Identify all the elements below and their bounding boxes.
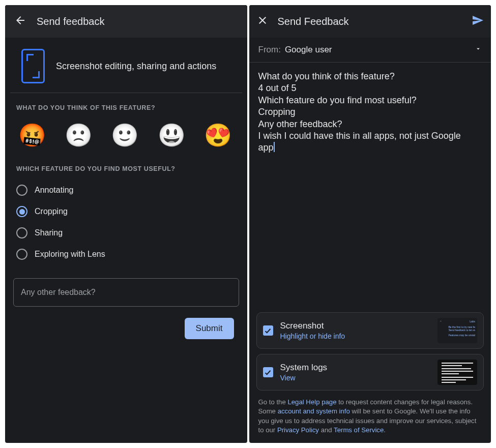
hero-header: Screenshot editing, sharing and actions xyxy=(10,38,242,93)
submit-row: Submit xyxy=(5,307,247,350)
screenshot-app-icon xyxy=(21,49,45,83)
question-label: WHAT DO YOU THINK OF THIS FEATURE? xyxy=(16,104,236,111)
radio-label: Sharing xyxy=(35,228,63,237)
footer-text: Some xyxy=(258,407,278,415)
radio-annotating[interactable]: Annotating xyxy=(16,181,236,200)
checkbox-icon[interactable] xyxy=(263,325,273,336)
radio-label: Cropping xyxy=(35,207,68,216)
hero-text: Screenshot editing, sharing and actions xyxy=(56,60,216,72)
thumbnail-preview-text: Labs Be the first to try new fe Send fee… xyxy=(440,320,475,337)
attachment-title: Screenshot xyxy=(280,321,431,331)
body-line: 4 out of 5 xyxy=(258,82,482,94)
other-feedback-input[interactable]: Any other feedback? xyxy=(13,278,239,307)
rating-emoji-4[interactable]: 😃 xyxy=(156,120,187,151)
from-row[interactable]: From: Google user xyxy=(249,38,491,63)
body-line: app xyxy=(258,142,274,153)
body-line: What do you think of this feature? xyxy=(258,71,482,82)
question-feature: WHICH FEATURE DO YOU FIND MOST USEFUL? A… xyxy=(5,154,247,267)
app-bar: Send Feedback xyxy=(249,5,491,38)
app-bar-title: Send feedback xyxy=(37,16,104,27)
attachment-action-link[interactable]: Highlight or hide info xyxy=(280,332,431,340)
question-rating: WHAT DO YOU THINK OF THIS FEATURE? 🤬 🙁 🙂… xyxy=(5,93,247,154)
app-bar-title: Send Feedback xyxy=(278,16,349,27)
back-icon[interactable] xyxy=(14,14,26,28)
close-icon[interactable] xyxy=(256,14,269,28)
body-line: Cropping xyxy=(258,106,482,118)
footer-disclaimer: Go to the Legal Help page to request con… xyxy=(249,397,491,443)
radio-icon xyxy=(16,227,27,238)
attachment-screenshot[interactable]: Screenshot Highlight or hide info ← Labs… xyxy=(256,312,484,349)
attachment-texts: System logs View xyxy=(280,363,431,382)
send-icon[interactable] xyxy=(472,14,484,28)
body-line: Which feature do you find most useful? xyxy=(258,95,482,106)
attachment-system-logs[interactable]: System logs View xyxy=(256,354,484,391)
emoji-rating-row: 🤬 🙁 🙂 😃 😍 xyxy=(16,120,236,151)
rating-emoji-2[interactable]: 🙁 xyxy=(63,120,94,151)
radio-exploring-lens[interactable]: Exploring with Lens xyxy=(16,245,236,264)
checkbox-icon[interactable] xyxy=(263,367,273,377)
from-value: Google user xyxy=(285,45,332,55)
footer-text: to request content changes for legal rea… xyxy=(336,398,473,406)
system-logs-thumbnail[interactable] xyxy=(437,360,477,385)
rating-emoji-1[interactable]: 🤬 xyxy=(16,120,48,151)
question-label: WHICH FEATURE DO YOU FIND MOST USEFUL? xyxy=(16,165,236,172)
app-bar: Send feedback xyxy=(5,5,247,38)
attachments-area: Screenshot Highlight or hide info ← Labs… xyxy=(249,309,491,397)
from-label: From: xyxy=(258,45,281,55)
privacy-policy-link[interactable]: Privacy Policy xyxy=(277,426,319,434)
rating-emoji-3[interactable]: 🙂 xyxy=(109,120,141,151)
radio-sharing[interactable]: Sharing xyxy=(16,223,236,243)
footer-text: . xyxy=(384,426,386,434)
dropdown-icon xyxy=(475,45,482,54)
attachment-texts: Screenshot Highlight or hide info xyxy=(280,321,431,340)
attachment-title: System logs xyxy=(280,363,431,373)
feedback-text-body[interactable]: What do you think of this feature? 4 out… xyxy=(249,63,491,309)
rating-emoji-5[interactable]: 😍 xyxy=(202,120,234,151)
account-system-info-link[interactable]: account and system info xyxy=(278,407,350,415)
feedback-compose-screen: Send Feedback From: Google user What do … xyxy=(249,5,491,443)
radio-icon xyxy=(16,206,27,217)
feedback-survey-screen: Send feedback Screenshot editing, sharin… xyxy=(5,5,247,443)
legal-help-link[interactable]: Legal Help page xyxy=(287,398,336,406)
body-line: Any other feedback? xyxy=(258,118,482,130)
radio-cropping[interactable]: Cropping xyxy=(16,202,236,221)
screenshot-thumbnail[interactable]: ← Labs Be the first to try new fe Send f… xyxy=(437,318,477,343)
radio-label: Annotating xyxy=(35,186,74,195)
radio-icon xyxy=(16,185,27,196)
terms-of-service-link[interactable]: Terms of Service xyxy=(334,426,384,434)
radio-icon xyxy=(16,249,27,260)
radio-label: Exploring with Lens xyxy=(35,250,105,259)
footer-text: Go to the xyxy=(258,398,288,406)
submit-button[interactable]: Submit xyxy=(185,318,234,339)
body-line: I wish I could have this in all apps, no… xyxy=(258,130,482,142)
attachment-action-link[interactable]: View xyxy=(280,374,431,382)
text-caret xyxy=(274,142,275,152)
radio-group: Annotating Cropping Sharing Exploring wi… xyxy=(16,181,236,264)
footer-text: and xyxy=(319,426,334,434)
